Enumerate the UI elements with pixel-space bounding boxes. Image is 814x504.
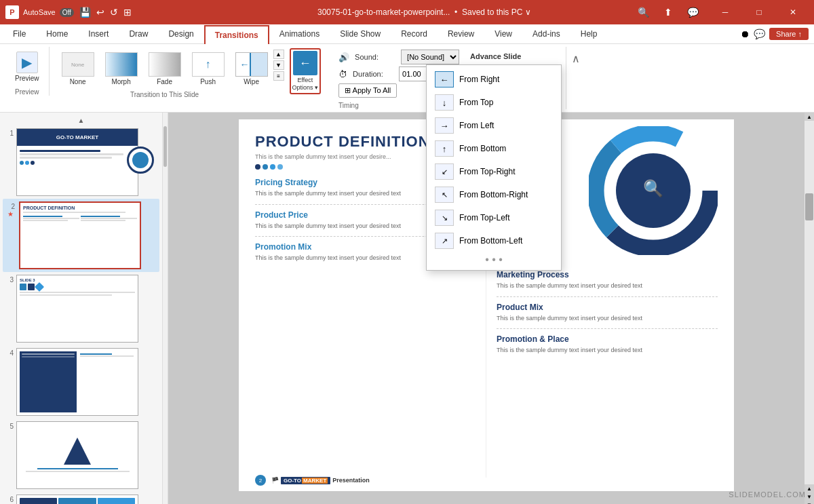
tab-transitions[interactable]: Transitions (204, 25, 269, 44)
scrollbar-thumb[interactable] (163, 126, 167, 167)
tab-help[interactable]: Help (570, 24, 608, 43)
comments-button[interactable]: 💬 (683, 5, 703, 19)
scroll-down-btn[interactable]: ▼ (273, 60, 284, 70)
from-right-label: From Right (459, 75, 499, 84)
footer-presentation: Presentation (332, 477, 370, 484)
scroll-up-2[interactable]: ▲ (805, 484, 814, 492)
slide-item-5[interactable]: 5 (3, 419, 159, 492)
scroll-up-btn[interactable]: ▲ (273, 50, 284, 59)
dropdown-item-from-left[interactable]: → From Left (427, 114, 561, 137)
dropdown-item-from-top-left[interactable]: ↘ From Top-Left (427, 206, 561, 229)
panel-scroll-up[interactable]: ▲ (3, 115, 159, 125)
right-scroll-up[interactable]: ▲ (805, 113, 814, 121)
from-top-right-icon: ↙ (435, 163, 454, 180)
tab-record[interactable]: Record (391, 24, 438, 43)
slide-item-3[interactable]: 3 SLIDE 3 (3, 272, 159, 345)
tab-addins[interactable]: Add-ins (522, 24, 570, 43)
ribbon: File Home Insert Draw Design Transitions… (0, 24, 814, 113)
dropdown-arrow[interactable]: ∨ (525, 7, 531, 17)
right-scroll-track (805, 121, 814, 484)
svg-text:🔍: 🔍 (643, 178, 663, 198)
sound-select[interactable]: [No Sound] (401, 50, 459, 64)
slide-num-2: 2 (5, 203, 15, 210)
dropdown-item-from-bottom[interactable]: ↑ From Bottom (427, 137, 561, 160)
share-button[interactable]: ⬆ (660, 5, 676, 19)
tab-design[interactable]: Design (158, 24, 204, 43)
from-top-right-label: From Top-Right (459, 167, 515, 176)
minimize-button[interactable]: ─ (710, 0, 741, 24)
from-bottom-right-label: From Bottom-Right (459, 190, 528, 199)
from-top-label: From Top (459, 98, 493, 107)
right-scrollbar[interactable]: ▲ ▲ ▼ ▼ (805, 113, 814, 504)
right-sections: Marketing Process This is the sample dum… (497, 270, 718, 355)
push-label: Push (200, 78, 216, 85)
comments-ribbon-icon[interactable]: 💬 (754, 28, 765, 39)
timing-group-label: Timing (338, 102, 359, 109)
autosave-toggle[interactable]: Off (60, 8, 74, 17)
dropdown-item-from-top[interactable]: ↓ From Top (427, 91, 561, 114)
right-scroll-thumb[interactable] (805, 193, 813, 220)
footer-logo: 🏴 GO-TO MARKET Presentation (271, 477, 370, 484)
tab-home[interactable]: Home (36, 24, 78, 43)
slide-thumb-6 (16, 495, 138, 504)
tab-draw[interactable]: Draw (119, 24, 158, 43)
customize-button[interactable]: ⊞ (122, 5, 133, 19)
effect-options-button[interactable]: ← EffectOptions ▾ (290, 48, 322, 94)
right-scroll-down[interactable]: ▼ (805, 501, 814, 504)
slide-item-4[interactable]: 4 (3, 345, 159, 419)
dropdown-item-from-top-right[interactable]: ↙ From Top-Right (427, 160, 561, 183)
expand-btn[interactable]: ≡ (273, 71, 284, 81)
ribbon-group-preview: ▶ Preview Preview (5, 47, 50, 96)
product-mix-text: This is the sample dummy text insert you… (497, 314, 718, 324)
quick-access-toolbar: 💾 ↩ ↺ ⊞ (78, 5, 133, 19)
search-button[interactable]: 🔍 (634, 5, 653, 19)
tab-animations[interactable]: Animations (269, 24, 330, 43)
effect-options-label: EffectOptions ▾ (292, 77, 319, 92)
transition-none[interactable]: None None (58, 50, 98, 88)
redo-button[interactable]: ↺ (109, 5, 119, 19)
preview-button[interactable]: ▶ Preview (11, 49, 43, 85)
ribbon-collapse-btn[interactable]: ∧ (569, 50, 583, 68)
record-icon[interactable]: ⏺ (740, 28, 750, 39)
product-mix-title: Product Mix (497, 303, 718, 312)
tab-insert[interactable]: Insert (78, 24, 119, 43)
transition-morph[interactable]: Morph (101, 50, 142, 88)
transition-fade[interactable]: Fade (144, 50, 185, 88)
slide-num-5: 5 (4, 423, 14, 430)
tab-slideshow[interactable]: Slide Show (330, 24, 391, 43)
share-ribbon-btn[interactable]: Share ↑ (769, 28, 809, 40)
slide-item-6[interactable]: 6 (3, 492, 159, 504)
tab-review[interactable]: Review (438, 24, 484, 43)
promotion-place-section: Promotion & Place This is the sample dum… (497, 334, 718, 355)
tab-view[interactable]: View (484, 24, 522, 43)
from-bottom-left-label: From Bottom-Left (459, 236, 522, 246)
from-top-left-icon: ↘ (435, 210, 454, 226)
tab-file[interactable]: File (3, 24, 36, 43)
slide-num-3: 3 (4, 276, 14, 284)
dropdown-item-from-bottom-left[interactable]: ↗ From Bottom-Left (427, 229, 561, 252)
restore-button[interactable]: □ (743, 0, 775, 24)
save-button[interactable]: 💾 (78, 5, 92, 19)
slide-item-2[interactable]: 2 ★ PRODUCT DEFINITION (3, 199, 159, 272)
ribbon-tabs: File Home Insert Draw Design Transitions… (0, 24, 814, 44)
fade-icon (149, 52, 181, 77)
from-top-left-label: From Top-Left (459, 213, 509, 222)
dropdown-item-from-right[interactable]: ← From Right (427, 68, 561, 91)
filename: 30075-01-go-to-market-powerpoint... (317, 7, 450, 17)
apply-all-button[interactable]: ⊞ Apply To All (338, 83, 397, 98)
ribbon-group-transitions: None None Morph Fade (52, 47, 331, 98)
dropdown-more[interactable]: • • • (427, 252, 561, 267)
slide-panel-scrollbar[interactable] (163, 113, 168, 504)
from-left-icon: → (435, 117, 454, 134)
preview-group-label: Preview (15, 88, 39, 96)
scroll-down-2[interactable]: ▼ (805, 492, 814, 501)
transition-push[interactable]: ↑ Push (188, 50, 229, 88)
marketing-process-title: Marketing Process (497, 270, 718, 279)
close-button[interactable]: ✕ (777, 0, 809, 24)
duration-icon: ⏱ (338, 69, 347, 79)
watermark: SLIDEMODEL.COM (729, 490, 806, 499)
effect-options-dropdown: ← From Right ↓ From Top → From Left ↑ Fr… (426, 64, 562, 271)
undo-button[interactable]: ↩ (95, 5, 106, 19)
dropdown-item-from-bottom-right[interactable]: ↖ From Bottom-Right (427, 183, 561, 206)
transition-wipe[interactable]: ← Wipe (231, 50, 272, 88)
